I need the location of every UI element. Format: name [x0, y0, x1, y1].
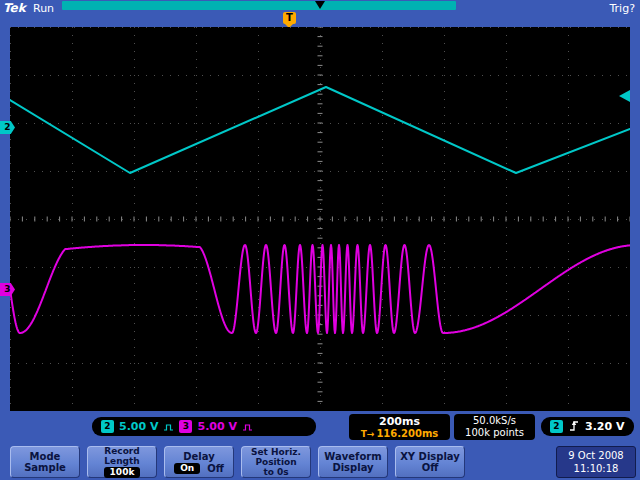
sample-rate: 50.0kS/s — [454, 415, 535, 427]
waveform-display-button[interactable]: Waveform Display — [318, 446, 388, 478]
trigger-readout: 2 3.20 V — [541, 417, 634, 436]
trigger-status: Trig? — [609, 2, 635, 15]
graticule-area — [10, 27, 630, 411]
mode-value: Sample — [11, 462, 79, 473]
trigger-level: 3.20 V — [585, 420, 624, 433]
delay-button[interactable]: Delay On Off — [164, 446, 234, 478]
trigger-position-marker: T — [283, 12, 296, 24]
record-length-value: 100k — [104, 467, 141, 478]
acquisition-readout: 50.0kS/s 100k points — [454, 414, 535, 440]
mode-button[interactable]: Mode Sample — [10, 446, 80, 478]
time: 11:10:18 — [557, 462, 635, 475]
ch3-coupling-icon — [242, 417, 253, 436]
xy-display-value: Off — [396, 462, 464, 473]
timebase-value: 200ms — [349, 415, 450, 428]
set-horiz-position-button[interactable]: Set Horiz. Position to 0s — [241, 446, 311, 478]
rising-edge-icon — [569, 417, 579, 436]
record-length-label1: Record — [88, 446, 156, 456]
datetime-box: 9 Oct 2008 11:10:18 — [556, 446, 636, 478]
ch3-waveform — [10, 245, 630, 333]
delay-onoff: On Off — [165, 463, 233, 474]
delay-value: 116.200ms — [376, 428, 438, 439]
softkey-menu: Mode Sample Record Length 100k Delay On … — [0, 446, 640, 478]
grid — [10, 27, 630, 411]
trigger-source-badge: 2 — [550, 420, 563, 433]
ch2-scale: 5.00 V — [119, 420, 158, 433]
waveform-display-label2: Display — [319, 462, 387, 473]
trigger-level-arrow — [619, 90, 630, 102]
set-horiz-label2: Position — [242, 457, 310, 467]
record-length-button[interactable]: Record Length 100k — [87, 446, 157, 478]
graticule-svg — [10, 27, 630, 411]
ch2-badge: 2 — [101, 420, 114, 433]
date: 9 Oct 2008 — [557, 449, 635, 462]
set-horiz-label1: Set Horiz. — [242, 447, 310, 457]
xy-display-label: XY Display — [396, 451, 464, 462]
ch3-badge: 3 — [179, 420, 192, 433]
delay-readout: T→116.200ms — [349, 428, 450, 440]
tek-logo: Tek — [3, 1, 26, 15]
delay-on: On — [174, 463, 200, 474]
delay-icon: T→ — [361, 429, 375, 439]
ch3-scale: 5.00 V — [197, 420, 236, 433]
top-status-bar: Tek Run T Trig? — [0, 0, 640, 27]
horizontal-readout: 200ms T→116.200ms — [349, 414, 450, 440]
expansion-point-marker — [315, 1, 325, 9]
oscilloscope-display: Tek Run T Trig? 2 3 2 5.00 V 3 5.00 V 20… — [0, 0, 640, 480]
delay-off: Off — [207, 463, 224, 474]
acquisition-status: Run — [33, 2, 54, 15]
mode-label: Mode — [11, 451, 79, 462]
channel-scale-readout: 2 5.00 V 3 5.00 V — [92, 417, 316, 436]
record-length-label2: Length — [88, 456, 156, 466]
delay-label: Delay — [165, 451, 233, 462]
set-horiz-label3: to 0s — [242, 467, 310, 477]
xy-display-button[interactable]: XY Display Off — [395, 446, 465, 478]
record-points: 100k points — [454, 427, 535, 439]
ch2-coupling-icon — [163, 417, 174, 436]
waveform-display-label1: Waveform — [319, 451, 387, 462]
record-view-bar — [62, 1, 456, 10]
